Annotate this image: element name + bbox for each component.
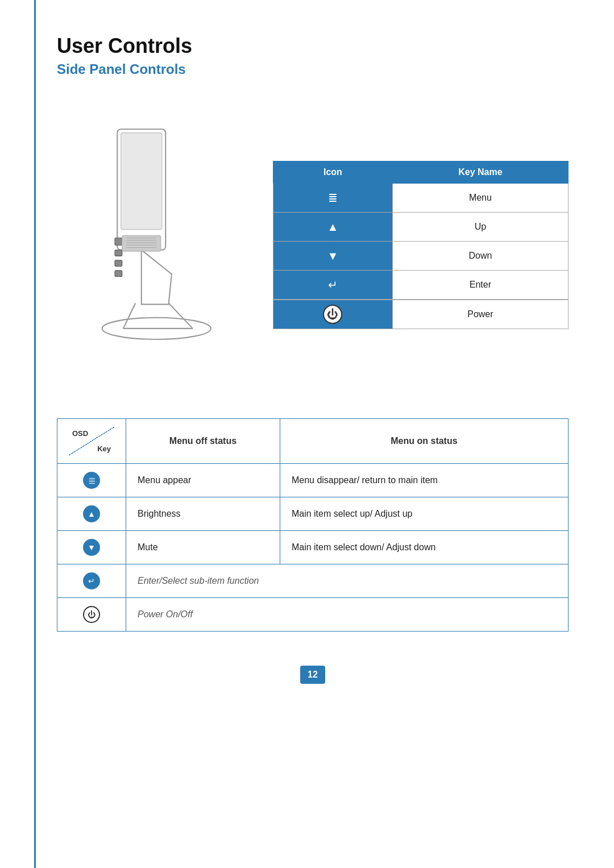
svg-rect-9 bbox=[115, 271, 122, 277]
menu-icon-cell: ≣ bbox=[273, 184, 393, 213]
menu-on-header: Menu on status bbox=[280, 419, 568, 464]
down-icon: ▼ bbox=[323, 246, 342, 265]
svg-line-3 bbox=[123, 303, 135, 329]
osd-section: OSD Key Menu off status Menu on status ≣… bbox=[57, 418, 569, 632]
power-icon: ⏻ bbox=[323, 305, 342, 324]
osd-down-on-status: Main item select down/ Adjust down bbox=[280, 531, 568, 564]
osd-label: OSD bbox=[72, 429, 88, 438]
enter-key-name: Enter bbox=[392, 271, 568, 300]
enter-icon-cell: ↵ bbox=[273, 271, 393, 300]
osd-table: OSD Key Menu off status Menu on status ≣… bbox=[57, 418, 569, 632]
osd-down-off-status: Mute bbox=[126, 531, 280, 564]
table-row: ≣ Menu bbox=[273, 184, 569, 213]
osd-menu-off-status: Menu appear bbox=[126, 464, 280, 497]
osd-down-symbol: ▼ bbox=[83, 539, 100, 556]
osd-key-header: OSD Key bbox=[57, 419, 126, 464]
osd-power-span-text: Power On/Off bbox=[126, 598, 569, 632]
icon-col-header: Icon bbox=[273, 161, 393, 184]
icon-key-table: Icon Key Name ≣ Menu ▲ Up bbox=[273, 161, 569, 329]
svg-rect-1 bbox=[121, 133, 162, 230]
osd-menu-symbol: ≣ bbox=[83, 472, 100, 489]
osd-up-on-status: Main item select up/ Adjust up bbox=[280, 497, 568, 531]
table-row: ⏻ Power bbox=[273, 300, 569, 329]
osd-up-symbol: ▲ bbox=[83, 505, 100, 522]
up-key-name: Up bbox=[392, 213, 568, 242]
menu-icon: ≣ bbox=[323, 188, 342, 207]
osd-power-icon: ⏻ bbox=[57, 598, 126, 632]
menu-off-header: Menu off status bbox=[126, 419, 280, 464]
osd-row: ▲ Brightness Main item select up/ Adjust… bbox=[57, 497, 569, 531]
table-row: ▼ Down bbox=[273, 242, 569, 271]
monitor-section: Icon Key Name ≣ Menu ▲ Up bbox=[57, 106, 569, 384]
osd-menu-on-status: Menu disappear/ return to main item bbox=[280, 464, 568, 497]
svg-rect-6 bbox=[115, 238, 122, 246]
up-icon-cell: ▲ bbox=[273, 213, 393, 242]
osd-row: ≣ Menu appear Menu disappear/ return to … bbox=[57, 464, 569, 497]
osd-enter-span-text: Enter/Select sub-item function bbox=[126, 564, 569, 598]
svg-rect-7 bbox=[115, 250, 122, 256]
osd-enter-icon: ↵ bbox=[57, 564, 126, 598]
osd-up-off-status: Brightness bbox=[126, 497, 280, 531]
enter-icon: ↵ bbox=[323, 275, 342, 294]
page-number-box: 12 bbox=[300, 666, 325, 684]
osd-menu-icon: ≣ bbox=[57, 464, 126, 497]
svg-line-4 bbox=[169, 303, 193, 329]
keyname-col-header: Key Name bbox=[392, 161, 568, 184]
menu-key-name: Menu bbox=[392, 184, 568, 213]
page-number-section: 12 bbox=[57, 666, 569, 684]
power-icon-cell: ⏻ bbox=[273, 300, 393, 329]
up-icon: ▲ bbox=[323, 217, 342, 236]
osd-diagonal-header: OSD Key bbox=[69, 427, 114, 455]
osd-row: ↵ Enter/Select sub-item function bbox=[57, 564, 569, 598]
svg-rect-8 bbox=[115, 260, 122, 267]
osd-row: ▼ Mute Main item select down/ Adjust dow… bbox=[57, 531, 569, 564]
osd-header-row: OSD Key Menu off status Menu on status bbox=[57, 419, 569, 464]
down-icon-cell: ▼ bbox=[273, 242, 393, 271]
osd-up-icon: ▲ bbox=[57, 497, 126, 531]
monitor-illustration bbox=[57, 117, 250, 373]
osd-power-symbol: ⏻ bbox=[83, 606, 100, 623]
osd-row: ⏻ Power On/Off bbox=[57, 598, 569, 632]
down-key-name: Down bbox=[392, 242, 568, 271]
page-subtitle: Side Panel Controls bbox=[57, 61, 569, 77]
page-title: User Controls bbox=[57, 34, 569, 58]
power-key-name: Power bbox=[392, 300, 568, 329]
osd-enter-symbol: ↵ bbox=[83, 572, 100, 589]
table-row: ↵ Enter bbox=[273, 271, 569, 300]
osd-down-icon: ▼ bbox=[57, 531, 126, 564]
key-label: Key bbox=[97, 445, 111, 453]
table-row: ▲ Up bbox=[273, 213, 569, 242]
left-border bbox=[34, 0, 36, 868]
